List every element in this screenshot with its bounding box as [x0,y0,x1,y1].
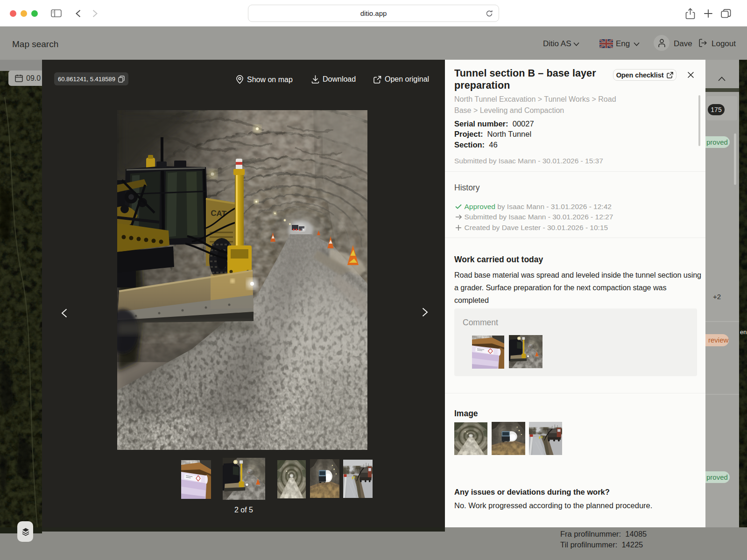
svg-text:CAT: CAT [211,209,227,218]
